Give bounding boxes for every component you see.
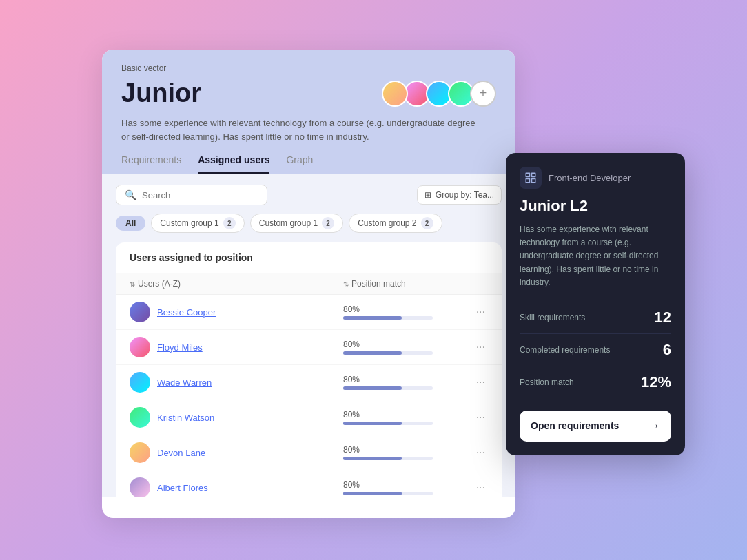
- row-actions-button[interactable]: ···: [473, 480, 488, 495]
- main-card: Basic vector Junior ⭐ + Has some experie…: [102, 50, 515, 518]
- popup-role-icon: [520, 167, 542, 189]
- stat-value-match: 12%: [641, 373, 671, 391]
- stat-row-completed: Completed requirements 6: [520, 334, 671, 366]
- match-percent: 80%: [343, 410, 467, 419]
- actions-cell: ···: [467, 480, 488, 495]
- col-match-label: Position match: [351, 279, 406, 289]
- table-row: Bessie Cooper 80% ···: [116, 295, 502, 330]
- match-percent: 80%: [343, 445, 467, 455]
- user-cell: Wade Warren: [130, 372, 343, 393]
- users-section-title: Users assigned to position: [116, 242, 502, 273]
- popup-card: Front-end Developer Junior L2 Has some e…: [506, 153, 685, 455]
- user-name-link[interactable]: Bessie Cooper: [157, 307, 216, 318]
- breadcrumb: Basic vector: [121, 63, 496, 73]
- svg-rect-1: [532, 173, 535, 176]
- search-box[interactable]: 🔍: [116, 185, 267, 205]
- user-avatar: [130, 372, 150, 393]
- tag-custom-group-1b[interactable]: Custom group 1 2: [250, 214, 343, 233]
- user-cell: Floyd Miles: [130, 337, 343, 357]
- match-bar-fill: [343, 492, 402, 495]
- user-cell: Bessie Cooper: [130, 302, 343, 322]
- card-header: Basic vector Junior ⭐ + Has some experie…: [102, 50, 515, 174]
- tag-label-2: Custom group 2: [358, 218, 416, 228]
- group-by-label: Group by: Tea...: [436, 190, 494, 200]
- col-user-header[interactable]: ⇅ Users (A-Z): [130, 279, 343, 289]
- row-actions-button[interactable]: ···: [473, 410, 488, 425]
- search-filter-row: 🔍 ⊞ Group by: Tea...: [116, 185, 502, 205]
- svg-rect-2: [532, 179, 535, 183]
- match-cell: 80%: [343, 304, 467, 320]
- sort-icon-user: ⇅: [130, 280, 135, 288]
- group-by-button[interactable]: ⊞ Group by: Tea...: [417, 185, 502, 205]
- user-avatar: [130, 477, 150, 497]
- tag-count-1a: 2: [223, 217, 236, 229]
- user-name-link[interactable]: Floyd Miles: [157, 342, 203, 353]
- popup-description: Has some experience with relevant techno…: [520, 223, 671, 289]
- user-avatar: [130, 302, 150, 322]
- user-avatar: [130, 407, 150, 428]
- user-name-link[interactable]: Devon Lane: [157, 448, 205, 458]
- stat-label-match: Position match: [520, 377, 574, 387]
- row-actions-button[interactable]: ···: [473, 304, 488, 320]
- tag-all[interactable]: All: [116, 216, 145, 231]
- row-actions-button[interactable]: ···: [473, 340, 488, 355]
- col-match-header[interactable]: ⇅ Position match: [343, 279, 467, 289]
- match-cell: 80%: [343, 480, 467, 495]
- popup-level-title: Junior L2: [520, 197, 671, 215]
- actions-cell: ···: [467, 375, 488, 390]
- match-percent: 80%: [343, 375, 467, 384]
- match-bar-background: [343, 386, 433, 390]
- avatars-group: ⭐ +: [382, 81, 496, 107]
- stat-value-completed: 6: [663, 341, 671, 359]
- avatar-add-button[interactable]: +: [470, 81, 496, 107]
- match-cell: 80%: [343, 445, 467, 460]
- row-actions-button[interactable]: ···: [473, 375, 488, 390]
- actions-cell: ···: [467, 410, 488, 425]
- tag-custom-group-2[interactable]: Custom group 2 2: [349, 214, 442, 233]
- user-name-link[interactable]: Wade Warren: [157, 377, 212, 388]
- search-input[interactable]: [142, 190, 258, 200]
- avatar-wrapper-1: ⭐: [382, 81, 408, 107]
- table-row: Wade Warren 80% ···: [116, 365, 502, 400]
- match-cell: 80%: [343, 375, 467, 390]
- user-cell: Kristin Watson: [130, 407, 343, 428]
- match-bar-background: [343, 492, 433, 495]
- stat-row-match: Position match 12%: [520, 366, 671, 398]
- header-top-row: Junior ⭐ +: [121, 79, 496, 108]
- page-title: Junior: [121, 79, 201, 108]
- table-header: ⇅ Users (A-Z) ⇅ Position match: [116, 273, 502, 295]
- tab-assigned-users[interactable]: Assigned users: [198, 154, 269, 174]
- table-row: Floyd Miles 80% ···: [116, 330, 502, 365]
- sort-icon-match: ⇅: [343, 280, 349, 288]
- tab-graph[interactable]: Graph: [286, 154, 313, 174]
- user-name-link[interactable]: Albert Flores: [157, 483, 208, 493]
- avatar-1[interactable]: ⭐: [382, 81, 408, 107]
- match-bar-fill: [343, 457, 402, 460]
- tag-label-1a: Custom group 1: [160, 218, 218, 228]
- match-bar-fill: [343, 351, 402, 355]
- popup-stats: Skill requirements 12 Completed requirem…: [520, 302, 671, 398]
- tag-custom-group-1a[interactable]: Custom group 1 2: [151, 214, 244, 233]
- match-percent: 80%: [343, 340, 467, 349]
- table-rows-container: Bessie Cooper 80% ··· Floyd Miles 80%: [116, 295, 502, 497]
- match-percent: 80%: [343, 304, 467, 314]
- stat-label-completed: Completed requirements: [520, 345, 610, 355]
- match-bar-background: [343, 316, 433, 320]
- header-description: Has some experience with relevant techno…: [121, 116, 480, 143]
- match-bar-fill: [343, 316, 402, 320]
- match-bar-fill: [343, 386, 402, 390]
- card-body: 🔍 ⊞ Group by: Tea... All Custom group 1 …: [102, 174, 515, 497]
- tag-count-2: 2: [421, 217, 433, 229]
- open-requirements-button[interactable]: Open requirements →: [520, 411, 671, 442]
- match-percent: 80%: [343, 480, 467, 490]
- user-cell: Devon Lane: [130, 442, 343, 463]
- tab-requirements[interactable]: Requirements: [121, 154, 181, 174]
- row-actions-button[interactable]: ···: [473, 445, 488, 460]
- popup-header: Front-end Developer: [520, 167, 671, 189]
- group-by-icon: ⊞: [424, 190, 431, 200]
- user-avatar: [130, 337, 150, 357]
- table-row: Albert Flores 80% ···: [116, 470, 502, 497]
- match-bar-background: [343, 457, 433, 460]
- table-row: Kristin Watson 80% ···: [116, 400, 502, 435]
- user-name-link[interactable]: Kristin Watson: [157, 413, 214, 423]
